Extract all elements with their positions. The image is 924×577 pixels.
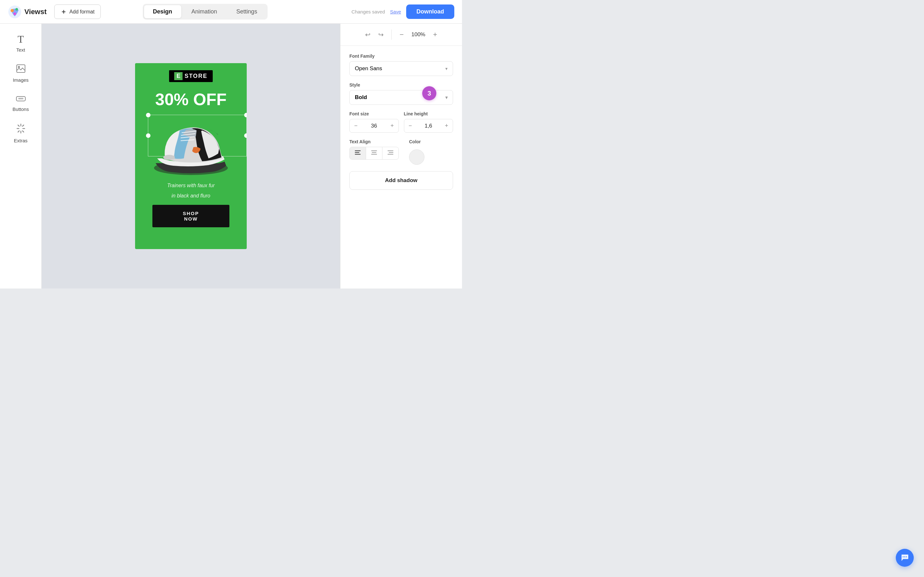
ad-desc-line1: Trainers with faux fur [167,182,215,189]
sidebar-item-text[interactable]: T Text [3,29,39,57]
zoom-divider [391,29,392,40]
align-center-button[interactable] [366,147,383,159]
svg-rect-7 [18,98,23,99]
svg-point-3 [13,13,16,15]
color-swatch[interactable] [409,149,425,165]
sidebar-label-text: Text [16,47,25,53]
color-section: Color [409,139,425,165]
align-buttons [349,147,399,160]
font-family-section: Font Family Open Sans ▾ [349,53,453,76]
svg-rect-11 [355,152,359,153]
svg-rect-16 [388,150,393,151]
ad-heading-container[interactable]: 30% OFF [142,85,240,109]
color-label: Color [409,139,425,144]
font-family-select[interactable]: Open Sans ▾ [349,61,453,76]
sidebar-label-extras: Extras [14,138,27,143]
download-button[interactable]: Download [406,5,454,19]
zoom-out-button[interactable]: − [399,31,404,39]
align-left-button[interactable] [350,147,366,159]
logo: Viewst [8,5,47,19]
svg-rect-10 [355,150,360,151]
handle-mr[interactable] [244,133,247,138]
ad-heading: 30% OFF [142,90,240,109]
images-icon [16,64,26,75]
extras-icon [16,123,25,136]
svg-point-9 [163,155,175,160]
font-size-section: Font size − 36 + [349,111,399,133]
ad-description: Trainers with faux fur in black and flur… [167,179,215,200]
svg-rect-14 [372,152,376,153]
svg-point-5 [18,66,20,68]
line-height-stepper: − 1,6 + [404,119,453,133]
font-family-label: Font Family [349,53,453,59]
style-value: Bold [355,94,367,101]
size-height-row: Font size − 36 + Line height − 1,6 + [349,111,453,133]
svg-rect-13 [371,150,377,151]
text-icon: T [18,33,24,45]
style-chevron-icon: ▾ [445,95,447,100]
logo-text: Viewst [24,8,47,16]
add-format-button[interactable]: ＋ Add format [54,5,100,19]
svg-rect-15 [371,154,377,155]
line-height-section: Line height − 1,6 + [404,111,453,133]
ad-logo-e: E [174,72,183,80]
align-color-row: Text Align [349,139,453,165]
sidebar-label-buttons: Buttons [13,106,29,112]
sidebar-label-images: Images [13,77,29,83]
main-layout: T Text Images Buttons [0,24,462,288]
style-section: Style Bold ▾ 3 [349,82,453,105]
undo-button[interactable]: ↩ [365,31,371,39]
ad-shoe [146,109,236,179]
font-size-decrease-button[interactable]: − [354,122,358,129]
add-shadow-button[interactable]: Add shadow [349,171,453,190]
handle-tr[interactable] [244,113,247,117]
font-size-increase-button[interactable]: + [391,122,394,129]
tab-design[interactable]: Design [144,5,181,18]
svg-rect-18 [388,154,393,155]
changes-saved-text: Changes saved [352,9,385,15]
sidebar-item-buttons[interactable]: Buttons [3,90,39,116]
header-right: Changes saved Save Download [352,5,454,19]
svg-point-2 [15,8,18,11]
line-height-label: Line height [404,111,453,116]
header-tabs: Design Animation Settings [143,4,268,19]
ad-cta-button[interactable]: SHOP NOW [152,205,229,227]
buttons-icon [16,94,26,105]
sidebar-item-extras[interactable]: Extras [3,119,39,148]
svg-rect-17 [389,152,393,153]
svg-point-1 [11,9,14,12]
line-height-value: 1,6 [425,123,432,129]
style-badge: 3 [422,86,436,100]
save-link[interactable]: Save [390,9,401,15]
font-size-label: Font size [349,111,399,116]
font-size-value: 36 [371,123,377,129]
svg-rect-12 [355,154,360,155]
style-row: Bold ▾ 3 [349,90,453,105]
zoom-in-button[interactable]: + [433,31,437,39]
canvas-area[interactable]: E STORE 30% OFF [42,24,340,288]
sidebar: T Text Images Buttons [0,24,42,288]
plus-icon: ＋ [60,7,67,16]
font-family-chevron-icon: ▾ [445,66,447,71]
ad-card[interactable]: E STORE 30% OFF [135,63,247,249]
align-right-button[interactable] [383,147,399,159]
ad-logo-store: STORE [184,73,208,79]
ad-logo-bar: E STORE [169,70,213,82]
line-height-increase-button[interactable]: + [445,122,448,129]
redo-button[interactable]: ↪ [378,31,384,39]
right-panel: ↩ ↪ − 100% + Font Family Open Sans ▾ Sty… [340,24,462,288]
style-select[interactable]: Bold ▾ [349,90,453,105]
style-label: Style [349,82,453,87]
font-size-stepper: − 36 + [349,119,399,133]
text-align-section: Text Align [349,139,399,160]
tab-settings[interactable]: Settings [228,5,266,18]
font-family-value: Open Sans [355,65,382,72]
zoom-value: 100% [411,31,425,38]
properties-panel: Font Family Open Sans ▾ Style Bold ▾ 3 [341,46,462,197]
text-align-label: Text Align [349,139,399,144]
sidebar-item-images[interactable]: Images [3,60,39,87]
add-format-label: Add format [69,9,94,15]
header: Viewst ＋ Add format Design Animation Set… [0,0,462,24]
line-height-decrease-button[interactable]: − [409,122,412,129]
tab-animation[interactable]: Animation [183,5,226,18]
